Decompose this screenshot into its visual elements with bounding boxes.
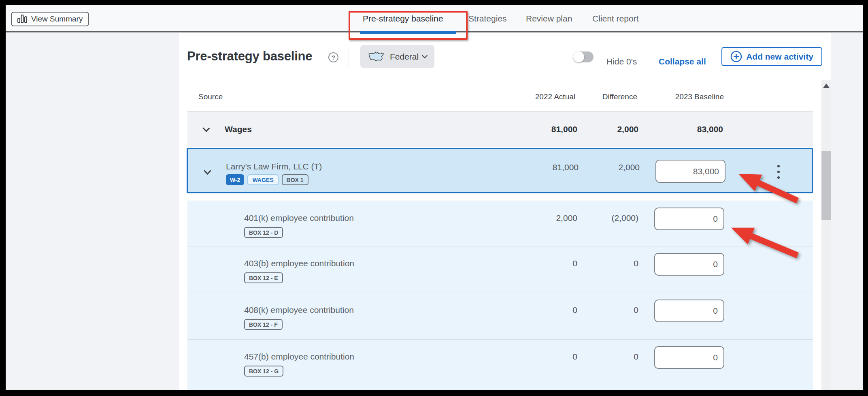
baseline-input[interactable] <box>654 208 724 230</box>
scrollbar-thumb[interactable] <box>821 151 831 220</box>
child-difference-value: (2,000) <box>564 213 638 223</box>
page-title: Pre-strategy baseline <box>187 49 312 64</box>
column-header-difference: Difference <box>563 92 637 101</box>
child-row-label: 403(b) employee contribution <box>244 259 354 268</box>
child-difference-value: 0 <box>564 305 638 315</box>
child-row-label: 457(b) employee contribution <box>244 352 354 362</box>
jurisdiction-label: Federal <box>390 52 419 62</box>
hide-zeros-toggle[interactable] <box>574 51 594 62</box>
jurisdiction-dropdown[interactable]: Federal <box>360 45 434 68</box>
source-row-label: Larry's Law Firm, LLC (T) <box>226 162 322 171</box>
top-bar: View Summary Pre-strategy baseline Strat… <box>6 5 863 31</box>
child-difference-value: 0 <box>564 352 638 362</box>
child-difference-value: 0 <box>564 259 638 268</box>
badge-box-12-f: BOX 12 - F <box>244 319 283 330</box>
main-panel: Pre-strategy baseline ? Federal Hide 0's… <box>179 33 831 390</box>
baseline-input[interactable] <box>654 346 724 369</box>
tab-client-report[interactable]: Client report <box>592 14 638 24</box>
help-icon[interactable]: ? <box>328 52 338 62</box>
badge-strip: W-2 WAGES BOX 1 <box>226 174 308 185</box>
title-divider <box>349 47 349 69</box>
us-map-icon <box>368 51 386 63</box>
vertical-scrollbar[interactable] <box>821 80 831 390</box>
bar-chart-icon <box>17 15 27 24</box>
chevron-down-icon[interactable] <box>204 167 211 174</box>
child-row-label: 408(k) employee contribution <box>244 305 354 315</box>
group-difference-value: 2,000 <box>564 124 638 134</box>
group-row-label: Wages <box>225 124 252 134</box>
badge-box-12-d: BOX 12 - D <box>244 227 283 238</box>
app-window: View Summary Pre-strategy baseline Strat… <box>6 5 863 390</box>
toggle-knob <box>573 51 584 62</box>
baseline-input[interactable] <box>654 253 724 276</box>
tab-pre-strategy-baseline[interactable]: Pre-strategy baseline <box>363 14 443 24</box>
chevron-down-icon <box>422 53 428 58</box>
collapse-all-link[interactable]: Collapse all <box>659 57 706 66</box>
column-header-2023-baseline: 2023 Baseline <box>649 92 724 101</box>
view-summary-button[interactable]: View Summary <box>11 12 89 26</box>
hide-zeros-label: Hide 0's <box>606 57 637 66</box>
table-row-401k[interactable]: 401(k) employee contribution BOX 12 - D … <box>187 201 813 246</box>
tab-strategies[interactable]: Strategies <box>468 14 507 24</box>
badge-wages: WAGES <box>247 174 278 185</box>
baseline-input[interactable] <box>654 300 724 322</box>
table-row-wages-group[interactable]: Wages 81,000 2,000 83,000 <box>187 112 813 147</box>
child-row-label: 401(k) employee contribution <box>244 213 354 223</box>
table-row-408k[interactable]: 408(k) employee contribution BOX 12 - F … <box>187 293 813 339</box>
chevron-down-icon[interactable] <box>202 124 210 132</box>
add-new-activity-label: Add new activity <box>746 52 813 62</box>
row-difference-value: 2,000 <box>565 163 640 172</box>
badge-box-12-g: BOX 12 - G <box>244 366 283 377</box>
badge-box-1: BOX 1 <box>282 174 308 185</box>
table-row-403b[interactable]: 403(b) employee contribution BOX 12 - E … <box>187 246 813 293</box>
column-header-source: Source <box>198 92 223 101</box>
next-row-partial <box>187 386 813 390</box>
badge-box-12-e: BOX 12 - E <box>244 272 283 283</box>
badge-w2: W-2 <box>226 174 244 185</box>
scroll-up-arrow-icon[interactable] <box>823 83 830 88</box>
view-summary-label: View Summary <box>31 15 83 24</box>
add-new-activity-button[interactable]: Add new activity <box>721 47 822 66</box>
active-tab-underline <box>360 31 456 34</box>
tab-review-plan[interactable]: Review plan <box>526 14 572 24</box>
table-row-457b[interactable]: 457(b) employee contribution BOX 12 - G … <box>187 339 813 386</box>
plus-circle-icon <box>730 51 742 62</box>
group-baseline-value: 83,000 <box>649 124 723 134</box>
kebab-menu-icon[interactable] <box>774 165 783 179</box>
table-row-larrys-law-firm[interactable]: Larry's Law Firm, LLC (T) W-2 WAGES BOX … <box>187 148 813 193</box>
baseline-input[interactable] <box>655 160 725 183</box>
